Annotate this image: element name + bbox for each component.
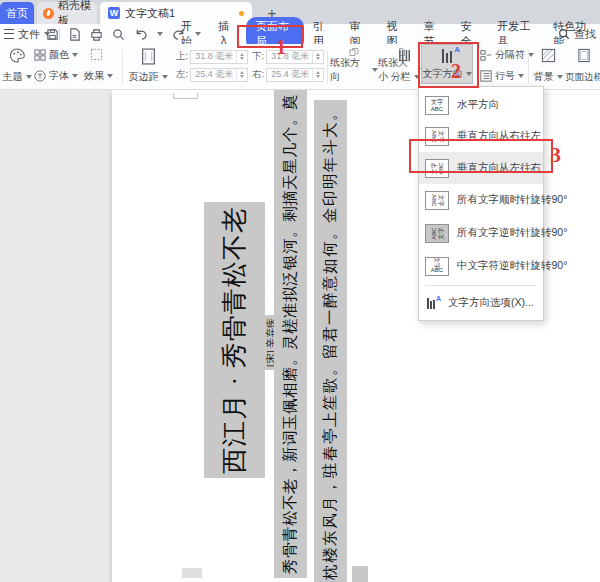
export-pdf-icon[interactable]: [68, 28, 81, 41]
margin-top-input[interactable]: 31.8 毫米: [190, 50, 248, 64]
rotate-cw-icon: 文字ABC: [425, 191, 449, 210]
menu-item-rotate-cw[interactable]: 文字ABC 所有文字顺时针旋转90°: [419, 184, 543, 216]
undo-icon[interactable]: [134, 28, 148, 41]
paper-orientation-button[interactable]: 纸张方向: [330, 46, 378, 86]
menu-item-chinese-ccw[interactable]: 文字ABC 中文字符逆时针旋转90°: [419, 250, 543, 282]
font-circle-icon: [34, 70, 46, 82]
search-control[interactable]: 查找: [558, 24, 596, 44]
selection-fragment: [182, 568, 202, 578]
margin-bottom-value: 31.8 毫米: [267, 50, 312, 63]
effect-icon-button[interactable]: [90, 47, 103, 62]
tab-home[interactable]: 首页: [0, 2, 34, 24]
page-margins-button[interactable]: 页边距: [126, 46, 170, 86]
menu-item-label: 所有文字顺时针旋转90°: [457, 193, 567, 207]
menu-item-horizontal[interactable]: 文字ABC 水平方向: [419, 90, 543, 120]
color-caret-icon: [72, 53, 78, 57]
theme-caret-icon: [26, 75, 32, 79]
background-icon: [541, 48, 556, 63]
menu-item-vertical-ltr[interactable]: 文字ABC 垂直方向从左往右: [419, 152, 543, 184]
background-button[interactable]: 背景: [531, 46, 565, 86]
poem-body-line2-vertical[interactable]: 枕楼东风月，驻春亭上笙歌。留君一醉意如何。金印明年斗大。: [314, 100, 347, 582]
menu-item-label: 垂直方向从左往右: [457, 161, 541, 175]
wps-window: 首页 稻壳模板 W 文字文稿1 + 文件: [0, 0, 600, 582]
margin-left-label: 左:: [176, 68, 188, 81]
margin-top-field: 上: 31.8 毫米: [176, 49, 248, 64]
margin-right-label: 右:: [252, 68, 264, 81]
break-label: 分隔符: [495, 48, 525, 62]
paper-orientation-label: 纸张方向: [330, 56, 369, 84]
stepper-icon[interactable]: [312, 69, 323, 81]
menu-row: 文件 开始 插入 页面布局 引用 审阅 视图 章节 安全 开发工具 特色功能: [0, 24, 600, 44]
poem-body-line1-text: 秀骨青松不老，新词玉佩相磨。灵槎准拟泛银河。剩摘天星几个。奠: [274, 90, 307, 578]
annotation-number-3: 3: [550, 142, 561, 168]
hamburger-icon: [4, 29, 14, 39]
margin-bottom-label: 下:: [252, 50, 264, 63]
menu-item-text-direction-options[interactable]: A 文字方向选项(X)...: [419, 289, 543, 317]
ruler-notch: [173, 93, 198, 99]
columns-icon: [398, 48, 413, 63]
canvas-background: [0, 90, 112, 582]
margin-left-input[interactable]: 25.4 毫米: [190, 68, 248, 82]
divider: [327, 50, 328, 84]
theme-button[interactable]: 主题: [0, 46, 34, 86]
stepper-icon[interactable]: [236, 51, 247, 63]
print-icon[interactable]: [90, 28, 103, 41]
color-label: 颜色: [49, 48, 69, 62]
margin-right-input[interactable]: 25.4 毫米: [266, 68, 324, 82]
columns-button[interactable]: 分栏: [390, 46, 420, 86]
menu-item-label: 中文字符逆时针旋转90°: [457, 259, 567, 273]
stepper-icon[interactable]: [312, 51, 323, 63]
color-scheme-button[interactable]: 颜色: [34, 47, 78, 62]
font-caret-icon: [72, 74, 78, 78]
effect-icon: [90, 48, 103, 61]
page-border-button[interactable]: 页面边框: [565, 46, 600, 86]
ribbon-tab-strip: 开始 插入 页面布局 引用 审阅 视图 章节 安全 开发工具 特色功能: [172, 24, 600, 44]
text-direction-button[interactable]: A 文字方向: [421, 44, 473, 84]
save-icon[interactable]: [46, 28, 59, 41]
margin-right-field: 右: 25.4 毫米: [252, 67, 324, 82]
margins-caret-icon: [162, 75, 168, 79]
theme-font-button[interactable]: 字体: [34, 68, 78, 83]
annotation-number-1: 1: [276, 36, 286, 59]
menu-item-label: 文字方向选项(X)...: [448, 296, 534, 310]
margin-left-field: 左: 25.4 毫米: [176, 67, 248, 82]
horizontal-text-icon: 文字ABC: [425, 96, 449, 115]
margin-left-value: 25.4 毫米: [191, 68, 236, 81]
poem-body-line1-vertical[interactable]: 秀骨青松不老，新词玉佩相磨。灵槎准拟泛银河。剩摘天星几个。奠: [274, 90, 307, 578]
vertical-ltr-icon: 文字ABC: [425, 159, 449, 178]
rotate-ccw-icon: ABC文字: [425, 224, 449, 243]
page-border-icon: [577, 48, 591, 63]
effect-button[interactable]: 效果: [84, 68, 113, 83]
line-number-button[interactable]: 行号: [480, 68, 524, 83]
break-button[interactable]: 分隔符: [480, 47, 534, 62]
menu-item-rotate-ccw[interactable]: ABC文字 所有文字逆时针旋转90°: [419, 216, 543, 250]
menu-item-label: 水平方向: [457, 98, 499, 112]
search-label: 查找: [574, 27, 596, 42]
file-menu-label: 文件: [18, 27, 40, 42]
text-direction-options-icon: A: [427, 297, 441, 309]
columns-caret-icon: [414, 75, 420, 79]
break-icon: [480, 49, 492, 61]
menu-item-vertical-rtl[interactable]: 文字ABC 垂直方向从右往左: [419, 120, 543, 152]
palette-icon: [9, 48, 25, 63]
stepper-icon[interactable]: [236, 69, 247, 81]
columns-label: 分栏: [391, 70, 411, 84]
divider: [528, 50, 529, 84]
search-icon: [558, 28, 570, 40]
print-preview-icon[interactable]: [112, 28, 125, 41]
margin-bottom-input[interactable]: 31.8 毫米: [266, 50, 324, 64]
chinese-ccw-icon: 文字ABC: [425, 257, 449, 276]
margin-top-label: 上:: [176, 50, 188, 63]
ribbon-page-layout: 主题 颜色 字体 效果 页边距 上: 31.8 毫米 下: [0, 44, 600, 90]
tab-docer-templates[interactable]: 稻壳模板: [37, 2, 97, 24]
margin-top-value: 31.8 毫米: [191, 50, 236, 63]
poem-title-vertical[interactable]: 西江月 · 秀骨青松不老: [204, 202, 265, 478]
paper-orientation-icon: [345, 48, 363, 56]
text-direction-menu: 文字ABC 水平方向 文字ABC 垂直方向从右往左 文字ABC 垂直方向从左往右…: [418, 86, 544, 321]
font-label: 字体: [49, 69, 69, 83]
tab-document-label: 文字文稿1: [125, 6, 175, 21]
background-caret-icon: [557, 75, 563, 79]
menu-divider: [425, 285, 537, 286]
undo-options-caret-icon[interactable]: [157, 32, 163, 36]
background-label: 背景: [534, 70, 554, 84]
